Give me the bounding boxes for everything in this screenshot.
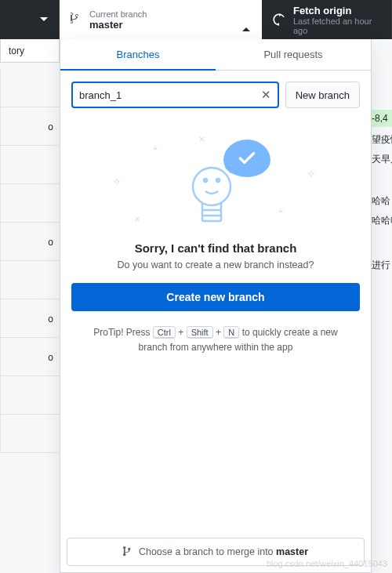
empty-illustration: ✧ + ✕ ✧ + ✕ [106,129,325,230]
empty-subtext: Do you want to create a new branch inste… [118,259,314,270]
clear-icon[interactable]: ✕ [261,88,271,102]
fetch-origin-button[interactable]: Fetch origin Last fetched an hour ago [262,0,392,39]
panel-tabs: Branches Pull requests [60,39,371,71]
repo-dropdown[interactable] [0,0,60,39]
branch-search-input[interactable] [79,89,261,101]
sparkle-icon: ✕ [198,135,205,143]
list-item [0,69,60,107]
chevron-down-icon [40,17,48,25]
lightbulb-icon [184,165,239,230]
diff-line: 天早晨 [370,150,392,169]
git-branch-icon [71,12,82,27]
sparkle-icon: + [153,144,158,153]
tab-pull-requests[interactable]: Pull requests [216,39,371,71]
list-item: o [0,223,60,261]
sync-icon [273,13,285,26]
bg-left-rows: o o o o [0,69,60,453]
kbd-ctrl: Ctrl [153,326,176,339]
diff-line: 进行 [370,256,392,275]
diff-line: -8,4 [370,110,392,127]
list-item: o [0,107,60,146]
branch-dropdown-panel: Branches Pull requests ✕ New branch ✧ + … [60,39,372,573]
list-item [0,146,60,184]
protip-text: ProTip! Press Ctrl + Shift + N to quickl… [60,311,371,355]
svg-point-4 [216,179,220,182]
list-item [0,261,60,299]
bg-left-column: tory [0,39,60,63]
history-tab-fragment[interactable]: tory [0,39,60,63]
svg-point-3 [204,179,207,182]
sparkle-icon: ✧ [112,176,122,188]
new-branch-button[interactable]: New branch [285,82,360,108]
diff-line: 哈哈 [370,191,392,211]
watermark: blog.csdn.net/weixin_44015043 [267,559,387,568]
branch-search-box[interactable]: ✕ [71,82,279,108]
branch-value: master [89,19,147,31]
diff-line: 望疫情 [370,130,392,150]
sparkle-icon: + [278,207,283,216]
top-toolbar: Current branch master Fetch origin Last … [0,0,392,39]
chevron-up-icon [242,14,250,28]
sparkle-icon: ✧ [307,168,316,180]
merge-target: master [276,546,308,557]
kbd-shift: Shift [187,326,213,339]
kbd-n: N [223,326,239,339]
tab-branches[interactable]: Branches [60,39,216,71]
empty-heading: Sorry, I can't find that branch [135,241,297,255]
list-item [0,376,60,415]
list-item: o [0,338,60,376]
diff-line: 哈哈哈 [370,211,392,230]
list-item: o [0,299,60,338]
bg-right-column: -8,4 望疫情 天早晨 哈哈 哈哈哈 进行 [370,110,392,275]
branch-label: Current branch [89,9,147,19]
search-row: ✕ New branch [60,71,371,116]
list-item [0,184,60,223]
git-merge-icon [123,546,134,559]
sparkle-icon: ✕ [134,215,140,223]
list-item [0,415,60,453]
empty-state: ✧ + ✕ ✧ + ✕ Sorry, I can't fi [60,116,371,283]
current-branch-button[interactable]: Current branch master [60,0,262,39]
fetch-subtitle: Last fetched an hour ago [293,16,380,35]
svg-point-0 [193,168,230,205]
create-branch-button[interactable]: Create new branch [71,283,360,311]
fetch-title: Fetch origin [293,5,380,16]
